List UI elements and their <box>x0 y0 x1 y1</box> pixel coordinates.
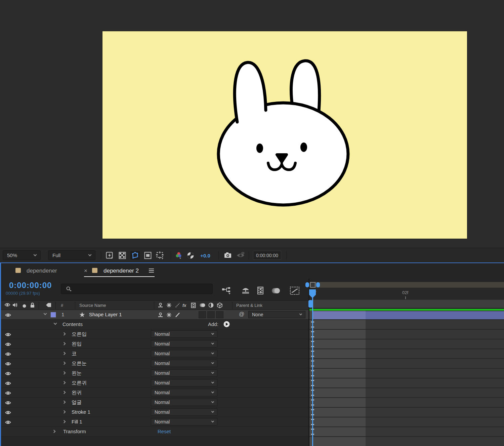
blend-mode-dropdown[interactable]: Normal <box>151 389 217 396</box>
composition-canvas[interactable] <box>102 31 467 239</box>
blend-mode-dropdown[interactable]: Normal <box>151 379 217 387</box>
transform-label[interactable]: Transform <box>63 429 86 434</box>
quality-toggle[interactable] <box>175 312 180 319</box>
time-ruler[interactable]: 00f 02f <box>309 288 504 300</box>
group-label[interactable]: 왼눈 <box>72 370 82 376</box>
effects-fx-icon[interactable]: fx <box>182 303 186 308</box>
add-property-button[interactable] <box>223 321 230 328</box>
cube-3d-icon[interactable] <box>217 302 222 309</box>
solo-icon[interactable] <box>23 304 26 309</box>
shape-group-row[interactable]: Fill 1 Normal <box>1 417 308 427</box>
magnification-dropdown[interactable]: 50% <box>3 250 41 260</box>
expand-group-chevron[interactable] <box>62 401 66 404</box>
channel-settings-icon[interactable] <box>174 251 183 260</box>
contents-row[interactable]: Contents Add: <box>1 320 308 329</box>
graph-editor-button[interactable] <box>289 286 300 295</box>
expand-contents-chevron[interactable] <box>54 322 57 325</box>
show-snapshot-eye-icon[interactable] <box>236 251 245 260</box>
navigator-grip[interactable] <box>310 282 316 288</box>
collapse-transformations-icon[interactable] <box>166 302 172 309</box>
expand-group-chevron[interactable] <box>62 391 66 394</box>
group-label[interactable]: Fill 1 <box>72 419 82 424</box>
eye-icon[interactable] <box>5 420 11 425</box>
blend-mode-dropdown[interactable]: Normal <box>151 360 217 367</box>
shape-group-row[interactable]: 왼귀 Normal <box>1 388 308 398</box>
time-navigator-bar[interactable] <box>309 282 504 288</box>
transparency-grid-button[interactable] <box>118 251 127 260</box>
expand-group-chevron[interactable] <box>62 420 66 423</box>
group-label[interactable]: 오른입 <box>72 331 87 337</box>
frame-blend-toggle[interactable] <box>199 311 206 318</box>
expand-group-chevron[interactable] <box>62 362 66 365</box>
eye-icon[interactable] <box>5 352 11 357</box>
layer-row-shape-layer-1[interactable]: 1 Shape Layer 1 @ None <box>1 310 308 320</box>
shy-icon[interactable] <box>158 302 163 309</box>
parent-dropdown[interactable]: None <box>248 311 305 318</box>
eye-icon[interactable] <box>5 342 11 348</box>
shape-group-row[interactable]: 오른귀 Normal <box>1 378 308 388</box>
contents-label[interactable]: Contents <box>62 321 83 327</box>
preview-timecode[interactable]: 0:00:00:00 <box>253 251 281 260</box>
blend-mode-dropdown[interactable]: Normal <box>151 350 217 357</box>
search-input[interactable] <box>61 284 213 294</box>
transform-row[interactable]: Transform Reset <box>1 427 308 437</box>
group-label[interactable]: 왼귀 <box>72 390 82 396</box>
cube-3d-toggle[interactable] <box>216 311 223 318</box>
eye-icon[interactable] <box>5 332 11 338</box>
shape-group-row[interactable]: 왼입 Normal <box>1 339 308 349</box>
layer-name[interactable]: Shape Layer 1 <box>89 312 122 317</box>
pickwhip-icon[interactable]: @ <box>239 311 244 317</box>
blend-mode-dropdown[interactable]: Normal <box>151 408 217 416</box>
eye-icon[interactable] <box>5 391 11 396</box>
mask-visibility-button[interactable] <box>130 251 140 260</box>
expand-group-chevron[interactable] <box>62 410 66 414</box>
expand-group-chevron[interactable] <box>62 381 66 384</box>
layer-color-swatch[interactable] <box>50 312 56 318</box>
eye-icon[interactable] <box>5 313 11 318</box>
motion-blur-icon[interactable] <box>199 302 206 309</box>
frame-blend-icon[interactable] <box>191 302 196 309</box>
group-label[interactable]: 얼굴 <box>72 399 82 406</box>
group-label[interactable]: 오른귀 <box>72 380 87 386</box>
expand-group-chevron[interactable] <box>62 332 66 336</box>
group-label[interactable]: Stroke 1 <box>72 409 90 415</box>
panel-menu-icon[interactable] <box>149 269 154 273</box>
guides-options-button[interactable] <box>155 251 165 260</box>
motion-blur-button[interactable] <box>270 286 281 295</box>
playhead-line[interactable] <box>312 291 313 446</box>
eye-icon[interactable] <box>5 400 11 406</box>
group-label[interactable]: 오른눈 <box>72 360 87 367</box>
expand-layer-chevron[interactable] <box>44 312 47 315</box>
parent-link-column[interactable]: Parent & Link <box>236 303 262 308</box>
blend-mode-dropdown[interactable]: Normal <box>151 330 217 338</box>
comp-mini-flowchart-button[interactable] <box>221 286 232 295</box>
navigator-start-handle[interactable] <box>305 282 309 287</box>
transform-reset-link[interactable]: Reset <box>158 429 171 434</box>
collapse-toggle[interactable] <box>166 312 172 319</box>
layer-number-column[interactable]: # <box>61 303 63 308</box>
expand-group-chevron[interactable] <box>62 342 66 346</box>
eye-icon[interactable] <box>5 410 11 416</box>
group-label[interactable]: 왼입 <box>72 341 82 347</box>
resolution-dropdown[interactable]: Full <box>48 250 95 260</box>
fast-previews-button[interactable] <box>105 251 114 260</box>
draft-3d-button[interactable] <box>240 286 251 295</box>
exposure-value[interactable]: +0.0 <box>198 251 213 260</box>
frame-blending-button[interactable] <box>255 286 266 295</box>
quality-icon[interactable] <box>175 302 180 309</box>
blend-mode-dropdown[interactable]: Normal <box>151 340 217 348</box>
audio-speaker-icon[interactable] <box>12 302 18 309</box>
shape-group-row[interactable]: Stroke 1 Normal <box>1 407 308 417</box>
expand-group-chevron[interactable] <box>62 352 66 355</box>
work-area-bar[interactable] <box>309 300 504 308</box>
expand-transform-chevron[interactable] <box>52 430 56 433</box>
shape-group-row[interactable]: 코 Normal <box>1 349 308 359</box>
group-label[interactable]: 코 <box>72 351 77 357</box>
shape-group-row[interactable]: 얼굴 Normal <box>1 398 308 407</box>
navigator-end-handle[interactable] <box>316 282 320 287</box>
shape-group-row[interactable]: 왼눈 Normal <box>1 368 308 378</box>
video-eye-icon[interactable] <box>4 302 10 308</box>
label-tag-icon[interactable] <box>46 302 52 309</box>
layer-duration-bar-tail[interactable] <box>366 311 504 319</box>
blend-mode-dropdown[interactable]: Normal <box>151 369 217 377</box>
